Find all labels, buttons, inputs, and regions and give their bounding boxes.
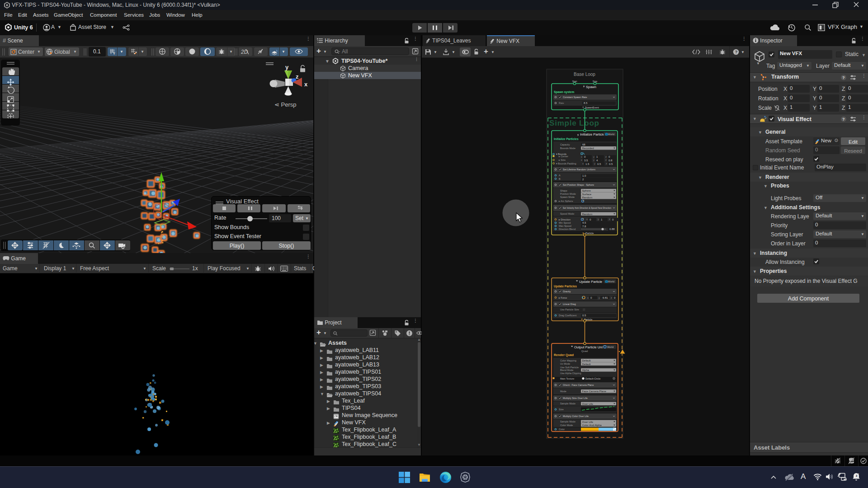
svg-text:▸ Center: ▸ Center [559, 155, 568, 158]
svg-text:Initialize Particles: Initialize Particles [554, 137, 579, 141]
svg-text:Random: Random [582, 196, 593, 199]
svg-text:z: z [609, 218, 610, 221]
svg-text:Alpha: Alpha [582, 369, 590, 371]
svg-text:Initialize Particle: Initialize Particle [580, 132, 604, 136]
svg-text:Shape: Shape [560, 189, 567, 192]
svg-text:Max Speed: Max Speed [559, 225, 571, 227]
svg-text:Render Quad: Render Quad [554, 353, 574, 357]
svg-text:Default: Default [582, 363, 591, 366]
svg-text:Set Velocity from Direction &: Set Velocity from Direction & Speed New … [563, 207, 612, 209]
svg-text:8.5: 8.5 [584, 102, 588, 104]
svg-text:x: x [586, 218, 588, 221]
svg-text:Direction Blend: Direction Blend [559, 228, 576, 230]
svg-text:Z: Z [858, 473, 859, 476]
svg-text:-9.81: -9.81 [602, 296, 608, 299]
svg-text:Recorded: Recorded [582, 147, 594, 150]
svg-text:Color Mode: Color Mode [560, 424, 573, 427]
svg-text:Mode: Mode [560, 390, 566, 393]
svg-text:SpawnEvent: SpawnEvent [585, 106, 599, 109]
svg-text:Gravity: Gravity [563, 290, 571, 293]
svg-text:0.5: 0.5 [597, 163, 601, 165]
svg-text:Constant Spawn Rate: Constant Spawn Rate [563, 96, 587, 99]
svg-text:Spawn: Spawn [586, 85, 596, 89]
svg-text:Sample Mode: Sample Mode [560, 420, 576, 423]
svg-text:▾ Bounds Padding: ▾ Bounds Padding [556, 162, 576, 165]
svg-text:Use Particle Size: Use Particle Size [560, 308, 579, 311]
svg-text:z: z [606, 162, 607, 165]
svg-text:Linear Drag: Linear Drag [563, 303, 576, 305]
svg-text:Multiply Size Over Life: Multiply Size Over Life [563, 397, 588, 399]
svg-text:Particle: Particle [585, 232, 594, 235]
svg-text:3.5: 3.5 [584, 159, 588, 162]
svg-text:Capacity: Capacity [560, 143, 570, 146]
svg-text:0.88: 0.88 [609, 228, 615, 230]
svg-text:Surface: Surface [582, 193, 592, 196]
svg-text:Uv Mode: Uv Mode [560, 362, 570, 365]
svg-text:Speed Mode: Speed Mode [560, 212, 574, 215]
svg-text:▸ Force: ▸ Force [559, 296, 567, 299]
svg-text:?: ? [842, 117, 845, 122]
svg-text:y: y [593, 159, 594, 161]
svg-text:Bounds Mode: Bounds Mode [560, 147, 576, 150]
svg-text:Blend Mode: Blend Mode [560, 369, 573, 371]
svg-text:Over Life: Over Life [582, 403, 594, 405]
svg-text:x: x [304, 81, 308, 88]
svg-text:x: x [582, 162, 584, 165]
svg-text:Multiply Color Over Life: Multiply Color Over Life [563, 415, 589, 418]
svg-text:z: z [605, 159, 607, 161]
svg-text:Update Particles: Update Particles [554, 285, 577, 288]
svg-text:1.0: 1.0 [582, 174, 586, 177]
svg-text:Spawn system: Spawn system [554, 90, 574, 94]
svg-text:Default-Circle: Default-Circle [585, 377, 600, 380]
svg-text:68: 68 [582, 143, 585, 146]
svg-text:Color Mapping: Color Mapping [560, 359, 576, 362]
svg-text:Set Position Shape : Sphere: Set Position Shape : Sphere [563, 183, 594, 186]
svg-text:Set Lifetime Random Uniform: Set Lifetime Random Uniform [563, 168, 596, 171]
svg-text:B: B [559, 178, 561, 180]
svg-text:Random: Random [582, 213, 593, 216]
svg-text:Color: Color [559, 428, 565, 431]
svg-text:Spawn Mode: Spawn Mode [560, 196, 575, 198]
svg-text:Min Speed: Min Speed [559, 221, 571, 224]
svg-text:Rate: Rate [559, 102, 564, 104]
svg-text:Quad: Quad [581, 350, 588, 352]
svg-text:z: z [605, 155, 607, 158]
svg-text:Position Mode: Position Mode [560, 192, 576, 195]
svg-text:y: y [598, 218, 599, 221]
svg-text:World: World [607, 346, 613, 348]
svg-text:🌐World: 🌐World [605, 280, 614, 283]
svg-text:Face Camera Plane: Face Camera Plane [582, 390, 607, 393]
svg-text:Output Particle Unlit: Output Particle Unlit [574, 345, 605, 349]
svg-text:Use Alpha Clipping: Use Alpha Clipping [560, 372, 581, 375]
svg-text:Orient : Face Camera Plane: Orient : Face Camera Plane [563, 384, 594, 386]
svg-text:y: y [285, 64, 289, 70]
svg-text:?: ? [842, 75, 845, 80]
svg-text:7.8: 7.8 [582, 225, 586, 228]
svg-text:Size: Size [559, 408, 564, 411]
svg-text:⋖ Persp: ⋖ Persp [274, 101, 296, 108]
svg-text:Color And Alpha: Color And Alpha [582, 424, 602, 427]
svg-text:Update Particle: Update Particle [579, 280, 602, 284]
svg-text:x: x [581, 155, 582, 158]
svg-text:Drag Coefficient: Drag Coefficient [559, 314, 577, 317]
svg-text:Sphere: Sphere [582, 189, 591, 192]
svg-text:Sample Mode: Sample Mode [560, 402, 576, 405]
svg-text:A: A [559, 174, 561, 177]
svg-text:▸ Size: ▸ Size [559, 159, 566, 161]
svg-text:y: y [599, 296, 600, 299]
svg-text:0.5: 0.5 [582, 314, 586, 317]
svg-text:▸ Direction: ▸ Direction [559, 218, 571, 221]
svg-text:y: y [593, 155, 594, 158]
svg-text:z: z [611, 296, 612, 299]
svg-text:z: z [296, 73, 299, 80]
svg-text:?: ? [735, 49, 738, 54]
svg-text:Default: Default [582, 359, 591, 362]
svg-text:Over Life: Over Life [582, 421, 594, 423]
svg-text:Base Loop: Base Loop [574, 72, 595, 77]
svg-text:▸ Arc Sphere: ▸ Arc Sphere [559, 200, 573, 202]
svg-text:Use Soft Particle: Use Soft Particle [560, 366, 579, 369]
svg-text:1.5: 1.5 [585, 163, 590, 165]
svg-text:0.8: 0.8 [609, 159, 613, 162]
svg-text:🌐World: 🌐World [605, 132, 614, 136]
svg-text:0.5: 0.5 [609, 163, 613, 165]
